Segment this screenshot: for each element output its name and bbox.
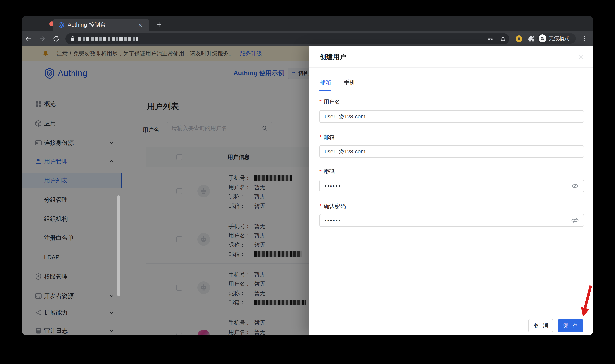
drawer-title: 创建用户	[319, 46, 346, 68]
bookmark-star-icon[interactable]	[500, 35, 506, 42]
url-bar[interactable]	[65, 33, 509, 44]
incognito-label: 无痕模式	[549, 35, 569, 42]
drawer-header: 创建用户	[309, 46, 593, 68]
required-asterisk: *	[319, 99, 321, 105]
save-button[interactable]: 保 存	[558, 319, 583, 332]
password-key-icon[interactable]	[487, 36, 493, 42]
confirm-password-field[interactable]	[319, 214, 584, 227]
field-label-email: * 邮箱	[319, 133, 335, 141]
field-label-username: * 用户名	[319, 98, 340, 106]
field-label-confirm-password: * 确认密码	[319, 202, 346, 210]
tab-phone[interactable]: 手机	[344, 76, 355, 89]
browser-menu-icon[interactable]	[581, 35, 588, 42]
browser-toolbar: 无痕模式	[22, 31, 593, 46]
extension-badge-icon[interactable]	[516, 35, 522, 42]
close-icon[interactable]	[576, 53, 586, 62]
back-button[interactable]	[25, 35, 32, 43]
tab-close-icon[interactable]: ✕	[137, 22, 144, 28]
redacted-url	[78, 37, 138, 41]
tab-title: Authing 控制台	[68, 19, 106, 31]
required-asterisk: *	[319, 134, 321, 141]
extensions-puzzle-icon[interactable]	[527, 35, 534, 42]
forward-button[interactable]	[38, 35, 46, 43]
active-tab-indicator	[319, 90, 331, 91]
incognito-badge: 无痕模式	[537, 33, 576, 43]
eye-invisible-icon[interactable]	[571, 216, 579, 224]
field-label-password: * 密码	[319, 168, 335, 176]
authing-favicon-icon	[58, 22, 64, 28]
drawer-footer: 取 消 保 存	[309, 314, 593, 335]
lock-icon	[70, 36, 76, 42]
eye-invisible-icon[interactable]	[571, 182, 579, 190]
reload-button[interactable]	[52, 35, 60, 43]
page-content: 注意！免费次数即将用尽，为了保证用户池正常使用，请及时升级服务。 服务升级 Au…	[22, 46, 593, 335]
create-user-drawer: 创建用户 邮箱 手机 * 用户名 * 邮箱 *	[309, 46, 593, 335]
required-asterisk: *	[319, 169, 321, 175]
required-asterisk: *	[319, 203, 321, 209]
new-tab-button[interactable]	[154, 19, 165, 30]
browser-tab-strip: Authing 控制台 ✕	[22, 16, 593, 31]
browser-window: Authing 控制台 ✕	[22, 16, 593, 335]
username-field[interactable]	[319, 110, 584, 123]
browser-tab[interactable]: Authing 控制台 ✕	[53, 19, 149, 31]
tab-email[interactable]: 邮箱	[319, 76, 331, 89]
email-field[interactable]	[319, 145, 584, 158]
sidebar-scrollbar[interactable]	[117, 195, 120, 296]
incognito-icon	[539, 34, 546, 42]
password-field[interactable]	[319, 180, 584, 192]
cancel-button[interactable]: 取 消	[528, 319, 553, 332]
